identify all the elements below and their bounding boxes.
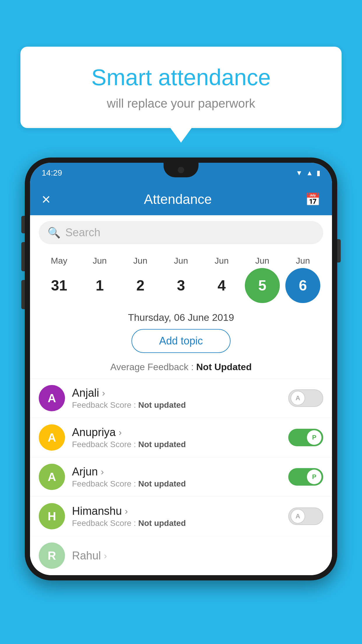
volume-up-button — [21, 242, 25, 271]
toggle-anupriya[interactable]: P — [288, 429, 323, 446]
app-toolbar: × Attendance 📅 — [30, 183, 332, 215]
date-label: Thursday, 06 June 2019 — [30, 306, 332, 326]
toggle-knob-anjali: A — [291, 391, 305, 405]
student-item-himanshu[interactable]: H Himanshu › Feedback Score : Not update… — [30, 496, 332, 536]
bubble-title: Smart attendance — [44, 64, 318, 91]
wifi-icon: ▼ — [296, 169, 303, 177]
feedback-avg: Average Feedback : Not Updated — [30, 359, 332, 378]
power-button — [337, 239, 341, 262]
student-info-partial: Rahul › — [72, 550, 323, 562]
cal-date-1[interactable]: 1 — [82, 268, 117, 303]
search-placeholder: Search — [65, 226, 100, 239]
mute-button — [21, 216, 25, 233]
student-name-partial: Rahul › — [72, 550, 323, 562]
student-item-anupriya[interactable]: A Anupriya › Feedback Score : Not update… — [30, 418, 332, 457]
calendar-months: May Jun Jun Jun Jun Jun Jun — [39, 256, 323, 266]
cal-month-6: Jun — [285, 256, 320, 266]
bubble-subtitle: will replace your paperwork — [44, 97, 318, 111]
chevron-icon: › — [119, 427, 122, 438]
cal-month-5: Jun — [245, 256, 280, 266]
student-feedback-anupriya: Feedback Score : Not updated — [72, 440, 281, 449]
student-info-anjali: Anjali › Feedback Score : Not updated — [72, 387, 281, 410]
toggle-knob-himanshu: A — [291, 509, 305, 524]
student-item-partial: R Rahul › — [30, 536, 332, 575]
avatar-arjun: A — [39, 464, 65, 490]
close-button[interactable]: × — [42, 190, 50, 208]
phone-wrapper: 14:29 ▼ ▲ ▮ × Attendance 📅 🔍 — [25, 158, 337, 580]
student-list: A Anjali › Feedback Score : Not updated … — [30, 378, 332, 575]
student-info-anupriya: Anupriya › Feedback Score : Not updated — [72, 426, 281, 449]
feedback-avg-value: Not Updated — [196, 362, 252, 372]
student-name-anjali: Anjali › — [72, 387, 281, 399]
cal-date-5[interactable]: 5 — [245, 268, 280, 303]
calendar-dates: 31 1 2 3 4 5 6 — [39, 268, 323, 303]
student-feedback-arjun: Feedback Score : Not updated — [72, 479, 281, 489]
cal-month-2: Jun — [123, 256, 158, 266]
student-feedback-himanshu: Feedback Score : Not updated — [72, 519, 281, 528]
student-item-anjali[interactable]: A Anjali › Feedback Score : Not updated … — [30, 378, 332, 418]
student-name-himanshu: Himanshu › — [72, 505, 281, 517]
status-time: 14:29 — [42, 168, 62, 178]
status-bar: 14:29 ▼ ▲ ▮ — [30, 163, 332, 183]
calendar-strip: May Jun Jun Jun Jun Jun Jun 31 1 2 3 4 5… — [30, 250, 332, 306]
cal-date-0[interactable]: 31 — [42, 268, 77, 303]
notch — [164, 163, 198, 177]
battery-icon: ▮ — [317, 169, 320, 177]
add-topic-button[interactable]: Add topic — [131, 329, 231, 353]
phone-frame: 14:29 ▼ ▲ ▮ × Attendance 📅 🔍 — [25, 158, 337, 580]
cal-month-3: Jun — [164, 256, 198, 266]
student-name-anupriya: Anupriya › — [72, 426, 281, 439]
status-icons: ▼ ▲ ▮ — [296, 169, 320, 177]
toggle-knob-anupriya: P — [307, 430, 321, 445]
feedback-avg-label: Average Feedback : — [110, 362, 196, 372]
student-info-himanshu: Himanshu › Feedback Score : Not updated — [72, 505, 281, 528]
cal-date-4[interactable]: 4 — [204, 268, 239, 303]
cal-month-4: Jun — [204, 256, 239, 266]
search-container: 🔍 Search — [30, 215, 332, 250]
avatar-himanshu: H — [39, 503, 65, 529]
student-item-arjun[interactable]: A Arjun › Feedback Score : Not updated P — [30, 457, 332, 496]
cal-month-0: May — [42, 256, 77, 266]
student-info-arjun: Arjun › Feedback Score : Not updated — [72, 466, 281, 489]
speech-bubble: Smart attendance will replace your paper… — [20, 47, 342, 128]
toggle-arjun[interactable]: P — [288, 468, 323, 486]
cal-date-3[interactable]: 3 — [164, 268, 198, 303]
volume-down-button — [21, 280, 25, 309]
toolbar-title: Attendance — [50, 191, 305, 207]
avatar-anjali: A — [39, 385, 65, 411]
student-feedback-anjali: Feedback Score : Not updated — [72, 400, 281, 410]
toggle-knob-arjun: P — [307, 470, 321, 484]
signal-icon: ▲ — [306, 169, 313, 177]
avatar-partial: R — [39, 542, 65, 569]
student-name-arjun: Arjun › — [72, 466, 281, 478]
chevron-icon: › — [102, 388, 105, 398]
chevron-icon-partial: › — [104, 550, 107, 561]
speech-bubble-container: Smart attendance will replace your paper… — [20, 47, 342, 128]
camera-dot — [178, 167, 184, 173]
phone-screen: 14:29 ▼ ▲ ▮ × Attendance 📅 🔍 — [30, 163, 332, 575]
toggle-himanshu[interactable]: A — [288, 508, 323, 525]
chevron-icon: › — [125, 506, 128, 517]
search-icon: 🔍 — [48, 227, 61, 239]
chevron-icon: › — [101, 466, 104, 477]
cal-date-2[interactable]: 2 — [123, 268, 158, 303]
avatar-anupriya: A — [39, 424, 65, 451]
search-bar[interactable]: 🔍 Search — [39, 221, 323, 244]
toggle-anjali[interactable]: A — [288, 389, 323, 407]
cal-date-6[interactable]: 6 — [285, 268, 320, 303]
cal-month-1: Jun — [82, 256, 117, 266]
calendar-icon[interactable]: 📅 — [305, 192, 320, 206]
